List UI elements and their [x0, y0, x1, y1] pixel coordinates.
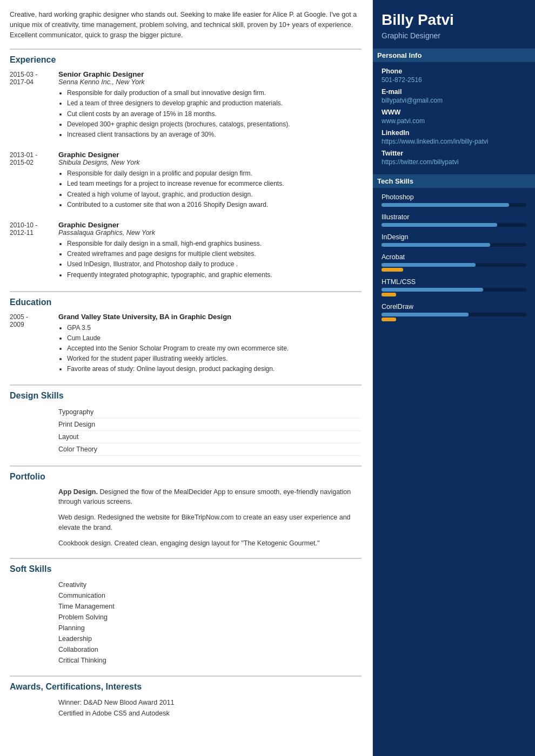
education-list: 2005 - 2009Grand Valley State University…	[10, 313, 362, 375]
experience-content: Senior Graphic DesignerSenna Kenno Inc.,…	[58, 70, 362, 140]
experience-title: Experience	[10, 55, 362, 65]
portfolio-title: Portfolio	[10, 472, 362, 482]
experience-date: 2010-10 - 2012-11	[10, 221, 58, 280]
summary: Creative, hard working graphic designer …	[10, 10, 362, 40]
tech-skill-item: InDesign	[382, 233, 526, 247]
experience-section: Experience 2015-03 - 2017-04Senior Graph…	[10, 49, 362, 280]
portfolio-item: Cookbook design. Created clean, engaging…	[58, 538, 362, 549]
education-date: 2005 - 2009	[10, 313, 58, 375]
design-skills-section: Design Skills TypographyPrint DesignLayo…	[10, 384, 362, 456]
email-label: E-mail	[382, 88, 526, 96]
education-item: 2005 - 2009Grand Valley State University…	[10, 313, 362, 375]
bullet-item: Led a team of three designers to develop…	[67, 98, 362, 109]
experience-bullets: Responsible for daily design in a prolif…	[58, 168, 362, 210]
design-skill-item: Color Theory	[58, 443, 362, 456]
bullet-item: Worked for the student paper illustratin…	[67, 354, 289, 364]
skill-bar-fill	[382, 313, 469, 316]
skill-bar-fill	[382, 243, 490, 247]
skill-bar-accent	[382, 268, 403, 272]
bullet-item: Cum Laude	[67, 333, 289, 343]
experience-company: Passalaqua Graphics, New York	[58, 229, 362, 237]
education-bullets: GPA 3.5Cum LaudeAccepted into the Senior…	[58, 323, 289, 375]
phone-label: Phone	[382, 68, 526, 75]
bullet-item: Contributed to a customer site that won …	[67, 200, 362, 210]
experience-company: Shibula Designs, New York	[58, 159, 362, 166]
experience-bullets: Responsible for daily production of a sm…	[58, 88, 362, 140]
soft-skills-title: Soft Skills	[10, 564, 362, 574]
bullet-item: Cut client costs by an average of 15% in…	[67, 109, 362, 119]
award-item: Certified in Adobe CS5 and Autodesk	[58, 708, 362, 719]
www-label: WWW	[382, 109, 526, 116]
skill-bar-background	[382, 288, 526, 292]
soft-skills-list: CreativityCommunicationTime ManagementPr…	[58, 579, 362, 666]
portfolio-section: Portfolio App Design. Designed the flow …	[10, 465, 362, 549]
education-section: Education 2005 - 2009Grand Valley State …	[10, 291, 362, 375]
skill-bar-background	[382, 243, 526, 247]
design-skill-item: Layout	[58, 431, 362, 443]
phone-value: 501-872-2516	[382, 76, 526, 84]
experience-content: Graphic DesignerPassalaqua Graphics, New…	[58, 221, 362, 280]
experience-date: 2013-01 - 2015-02	[10, 151, 58, 210]
linkedin-value: https://www.linkedin.com/in/billy-patvi	[382, 138, 526, 145]
soft-skill-item: Time Management	[58, 601, 362, 612]
twitter-value: https://twitter.com/billypatvi	[382, 158, 526, 166]
skill-bar-fill	[382, 263, 476, 267]
tech-skill-name: CorelDraw	[382, 303, 526, 310]
skill-bar-fill	[382, 223, 497, 227]
skill-bar-background	[382, 223, 526, 227]
bullet-item: Accepted into the Senior Scholar Program…	[67, 343, 289, 354]
www-value: www.patvi.com	[382, 117, 526, 125]
email-value: billypatvi@gmail.com	[382, 97, 526, 104]
design-skill-item: Typography	[58, 406, 362, 418]
experience-item: 2013-01 - 2015-02Graphic DesignerShibula…	[10, 151, 362, 210]
portfolio-item: App Design. Designed the flow of the Mea…	[58, 487, 362, 508]
design-skill-item: Print Design	[58, 418, 362, 431]
awards-list: Winner: D&AD New Blood Award 2011Certifi…	[58, 697, 362, 719]
portfolio-list: App Design. Designed the flow of the Mea…	[58, 487, 362, 549]
award-item: Winner: D&AD New Blood Award 2011	[58, 697, 362, 708]
bullet-item: Responsible for daily production of a sm…	[67, 88, 362, 98]
experience-list: 2015-03 - 2017-04Senior Graphic Designer…	[10, 70, 362, 280]
design-skills-list: TypographyPrint DesignLayoutColor Theory	[58, 406, 362, 456]
tech-skill-name: Acrobat	[382, 253, 526, 261]
skill-bar-accent	[382, 293, 396, 296]
skill-bar-background	[382, 313, 526, 316]
tech-skill-name: Photoshop	[382, 193, 526, 201]
tech-skill-name: Illustrator	[382, 213, 526, 221]
twitter-label: Twitter	[382, 150, 526, 157]
personal-info-title: Personal Info	[373, 49, 535, 62]
soft-skill-item: Problem Solving	[58, 612, 362, 623]
tech-skills-section: Tech Skills PhotoshopIllustratorInDesign…	[382, 174, 526, 321]
bullet-item: Created a high volume of layout, graphic…	[67, 190, 362, 200]
bullet-item: GPA 3.5	[67, 323, 289, 333]
skill-bar-background	[382, 203, 526, 207]
tech-skill-item: Photoshop	[382, 193, 526, 207]
education-degree: Grand Valley State University, BA in Gra…	[58, 313, 289, 321]
bullet-item: Developed 300+ graphic design projects (…	[67, 119, 362, 130]
profile-name: Billy Patvi	[382, 11, 526, 29]
education-content: Grand Valley State University, BA in Gra…	[58, 313, 289, 375]
bullet-item: Frequently integrated photographic, typo…	[67, 270, 362, 280]
tech-skill-item: HTML/CSS	[382, 278, 526, 296]
tech-skills-title: Tech Skills	[373, 174, 535, 188]
left-column: Creative, hard working graphic designer …	[0, 0, 373, 756]
tech-skills-bars: PhotoshopIllustratorInDesignAcrobatHTML/…	[382, 193, 526, 321]
soft-skill-item: Planning	[58, 623, 362, 633]
experience-item: 2015-03 - 2017-04Senior Graphic Designer…	[10, 70, 362, 140]
profile-title: Graphic Designer	[382, 31, 526, 40]
experience-content: Graphic DesignerShibula Designs, New Yor…	[58, 151, 362, 210]
bullet-item: Favorite areas of study: Online layout d…	[67, 364, 289, 374]
right-column: Billy Patvi Graphic Designer Personal In…	[373, 0, 535, 756]
tech-skill-item: CorelDraw	[382, 303, 526, 321]
linkedin-label: LinkedIn	[382, 129, 526, 137]
experience-date: 2015-03 - 2017-04	[10, 70, 58, 140]
tech-skill-item: Acrobat	[382, 253, 526, 272]
soft-skill-item: Communication	[58, 590, 362, 601]
soft-skills-section: Soft Skills CreativityCommunicationTime …	[10, 558, 362, 666]
tech-skill-name: HTML/CSS	[382, 278, 526, 286]
soft-skill-item: Creativity	[58, 579, 362, 590]
education-title: Education	[10, 298, 362, 307]
skill-bar-fill	[382, 288, 483, 292]
tech-skill-name: InDesign	[382, 233, 526, 241]
skill-bar-fill	[382, 203, 509, 207]
